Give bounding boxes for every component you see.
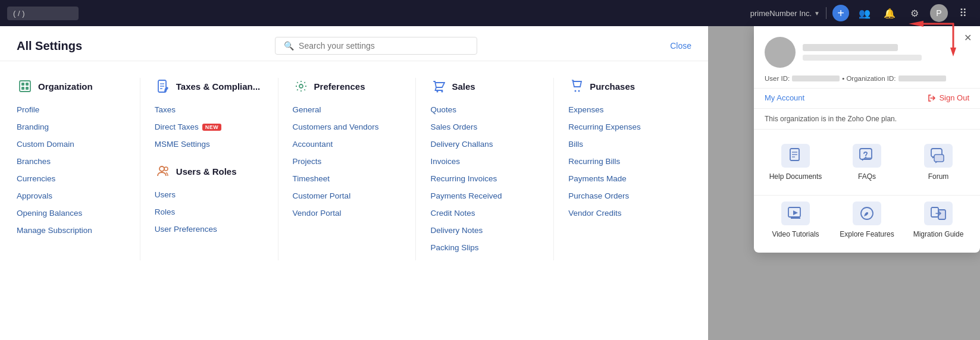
apps-grid-button[interactable]: ⠿ bbox=[954, 4, 973, 23]
top-navigation: primeNumber Inc. ▼ + 👥 🔔 ⚙ P ⠿ bbox=[0, 0, 980, 26]
avatar-initial: P bbox=[936, 8, 941, 18]
nav-divider bbox=[826, 7, 826, 19]
avatar[interactable]: P bbox=[930, 4, 948, 22]
settings-button[interactable]: ⚙ bbox=[905, 4, 924, 23]
notifications-button[interactable]: 🔔 bbox=[880, 4, 899, 23]
add-new-button[interactable]: + bbox=[832, 5, 849, 21]
company-selector[interactable]: primeNumber Inc. ▼ bbox=[750, 9, 820, 18]
people-icon-button[interactable]: 👥 bbox=[855, 4, 874, 23]
chevron-down-icon: ▼ bbox=[814, 10, 820, 17]
topnav-right: primeNumber Inc. ▼ + 👥 🔔 ⚙ P ⠿ bbox=[750, 4, 973, 23]
topnav-search-input[interactable] bbox=[7, 7, 79, 20]
company-name: primeNumber Inc. bbox=[750, 9, 812, 18]
topnav-left bbox=[7, 7, 79, 20]
